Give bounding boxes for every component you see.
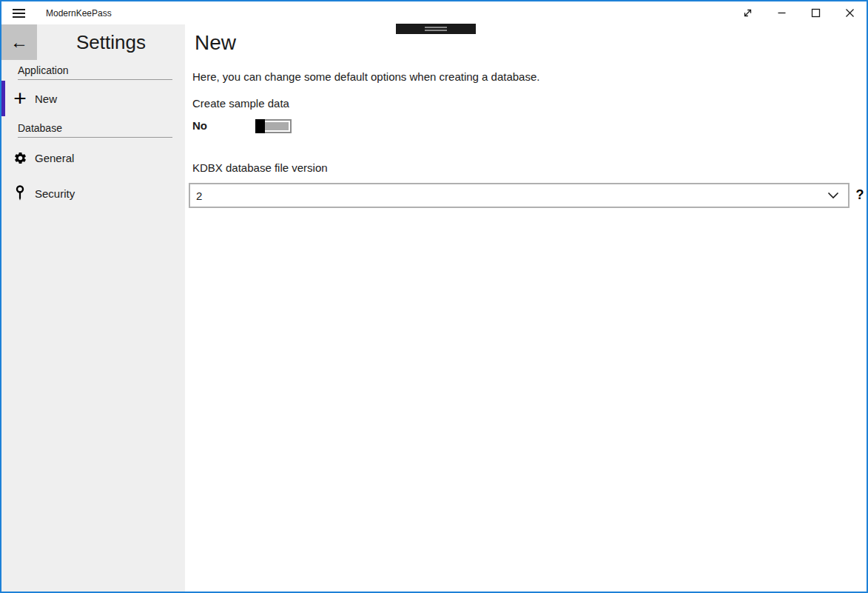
sidebar-item-label: General [35, 152, 74, 164]
close-icon [844, 7, 856, 19]
grip-line [425, 27, 447, 28]
sidebar-item-general[interactable]: General [1, 140, 185, 175]
page-title: Settings [37, 24, 185, 60]
minimize-icon [776, 7, 788, 19]
hamburger-menu-icon[interactable] [1, 1, 36, 24]
gear-icon [11, 151, 29, 165]
chevron-down-icon [827, 192, 839, 199]
create-sample-data-toggle[interactable] [255, 119, 292, 133]
create-sample-data-label: Create sample data [192, 97, 289, 110]
titlebar: ModernKeePass [1, 1, 867, 24]
window-controls [730, 1, 867, 24]
app-window: ModernKeePass [0, 0, 868, 593]
sidebar-item-label: Security [35, 187, 75, 200]
back-arrow-icon: ← [10, 33, 28, 51]
app-title: ModernKeePass [46, 8, 112, 19]
dropdown-selected-value: 2 [196, 190, 202, 202]
close-button[interactable] [832, 1, 867, 24]
key-icon [11, 185, 29, 201]
toggle-knob [255, 119, 265, 133]
plus-icon: + [11, 90, 29, 107]
section-header-database: Database [18, 122, 172, 138]
settings-sidebar: ← Settings Application + New Database Ge… [1, 24, 185, 592]
maximize-button[interactable] [798, 1, 832, 24]
collapsed-command-bar[interactable] [396, 24, 476, 34]
kdbx-version-dropdown[interactable]: 2 [189, 183, 850, 208]
grip-line [425, 30, 447, 31]
minimize-button[interactable] [764, 1, 798, 24]
fullscreen-icon [741, 7, 754, 19]
help-button[interactable]: ? [853, 185, 867, 204]
sidebar-item-label: New [35, 93, 57, 105]
sidebar-item-new[interactable]: + New [1, 81, 185, 116]
back-button[interactable]: ← [1, 24, 37, 60]
section-header-application: Application [18, 64, 172, 80]
fullscreen-button[interactable] [730, 1, 764, 24]
content-description: Here, you can change some default option… [192, 70, 539, 83]
sidebar-item-security[interactable]: Security [1, 175, 185, 211]
toggle-state-label: No [192, 119, 207, 132]
kdbx-version-label: KDBX database file version [192, 161, 328, 174]
content-heading: New [195, 31, 236, 55]
selected-indicator [1, 81, 5, 116]
maximize-icon [810, 7, 822, 19]
